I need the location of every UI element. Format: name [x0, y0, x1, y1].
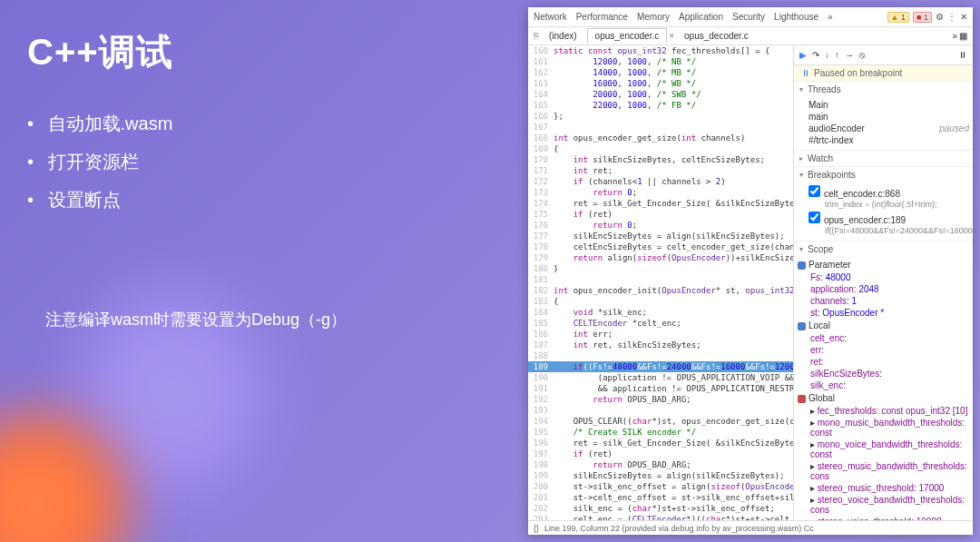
bp-checkbox[interactable] — [808, 212, 820, 223]
code-line[interactable]: 198 return OPUS_BAD_ARG; — [528, 459, 793, 470]
scope-var[interactable]: Fs: 48000 — [810, 271, 969, 283]
thread-item[interactable]: #/trtc-index — [808, 134, 969, 146]
code-line[interactable]: 161 12000, 1000, /* NB */ — [528, 56, 793, 67]
code-line[interactable]: 177 silkEncSizeBytes = align(silkEncSize… — [528, 231, 793, 241]
code-line[interactable]: 172 if (channels<1 || channels > 2) — [528, 176, 793, 187]
scope-var[interactable]: silk_enc: — [810, 379, 969, 391]
code-line[interactable]: 182int opus_encoder_init(OpusEncoder* st… — [528, 285, 793, 296]
tab-application[interactable]: Application — [679, 12, 723, 22]
code-line[interactable]: 164 20000, 1000, /* SWB */ — [528, 89, 793, 100]
scope-var[interactable]: application: 2048 — [810, 283, 969, 295]
code-line[interactable]: 202 silk_enc = (char*)st+st->silk_enc_of… — [528, 503, 793, 514]
code-line[interactable]: 196 ret = silk_Get_Encoder_Size( &silkEn… — [528, 438, 793, 448]
scope-var[interactable]: ▸ mono_voice_bandwidth_thresholds: const — [810, 439, 969, 460]
step-icon[interactable]: → — [845, 50, 854, 60]
file-tab-index[interactable]: (index) — [541, 28, 585, 44]
code-line[interactable]: 200 st->silk_enc_offset = align(sizeof(O… — [528, 481, 793, 492]
code-line[interactable]: 178 celtEncSizeBytes = celt_encoder_get_… — [528, 241, 793, 252]
code-line[interactable]: 176 return 0; — [528, 220, 793, 231]
code-line[interactable]: 180} — [528, 263, 793, 274]
code-line[interactable]: 199 silkEncSizeBytes = align(silkEncSize… — [528, 470, 793, 481]
scope-var[interactable]: celt_enc: — [810, 332, 969, 344]
code-line[interactable]: 186 int err; — [528, 329, 793, 340]
threads-header[interactable]: Threads — [794, 82, 973, 97]
scope-header[interactable]: Scope — [794, 241, 973, 257]
tab-lighthouse[interactable]: Lighthouse — [774, 12, 818, 22]
thread-item[interactable]: main — [808, 111, 969, 123]
code-line[interactable]: 203 celt_enc = (CELTEncoder*)((char*)st+… — [528, 514, 793, 520]
more-files-icon[interactable]: » — [952, 31, 957, 41]
tab-network[interactable]: Network — [534, 12, 567, 22]
code-line[interactable]: 162 14000, 1000, /* MB */ — [528, 67, 793, 78]
code-line[interactable]: 191 && application != OPUS_APPLICATION_R… — [528, 383, 793, 394]
code-line[interactable]: 190 (application != OPUS_APPLICATION_VOI… — [528, 372, 793, 383]
code-line[interactable]: 168int opus_encoder_get_size(int channel… — [528, 133, 793, 143]
code-line[interactable]: 195 /* Create SILK encoder */ — [528, 427, 793, 438]
more-tabs-icon[interactable]: » — [828, 12, 833, 22]
gear-icon[interactable]: ⚙ — [936, 12, 944, 22]
scope-var[interactable]: ▸ mono_music_bandwidth_thresholds: const — [810, 417, 969, 439]
code-line[interactable]: 166}; — [528, 111, 793, 122]
scope-var[interactable]: err: — [810, 344, 969, 356]
breakpoint-item[interactable]: celt_encoder.c:868trim_index = (int)floo… — [808, 184, 969, 211]
close-tab-icon[interactable]: × — [669, 31, 674, 41]
close-icon[interactable]: ✕ — [960, 12, 967, 22]
step-over-icon[interactable]: ↷ — [812, 50, 819, 60]
code-line[interactable]: 163 16000, 1000, /* WB */ — [528, 78, 793, 89]
file-tab-active[interactable]: opus_encoder.c — [587, 28, 668, 44]
code-line[interactable]: 175 if (ret) — [528, 209, 793, 220]
tab-performance[interactable]: Performance — [576, 12, 628, 22]
pause-exception-icon[interactable]: ⏸ — [958, 50, 967, 60]
scope-var[interactable]: ret: — [810, 356, 969, 368]
code-line[interactable]: 192 return OPUS_BAD_ARG; — [528, 394, 793, 405]
code-line[interactable]: 181 — [528, 274, 793, 285]
code-line[interactable]: 183{ — [528, 296, 793, 307]
code-line[interactable]: 194 OPUS_CLEAR((char*)st, opus_encoder_g… — [528, 416, 793, 427]
page-icon[interactable]: ⎘ — [534, 31, 539, 41]
error-badge[interactable]: ■ 1 — [913, 12, 932, 23]
code-line[interactable]: 173 return 0; — [528, 187, 793, 198]
resume-icon[interactable]: ▶ — [799, 50, 807, 60]
scope-var[interactable]: channels: 1 — [810, 295, 969, 307]
slide-note: 注意编译wasm时需要设置为Debug（-g） — [45, 309, 347, 330]
watch-header[interactable]: Watch — [794, 151, 973, 166]
thread-item[interactable]: Main — [808, 99, 969, 111]
code-line[interactable]: 187 int ret, silkEncSizeBytes; — [528, 340, 793, 350]
step-into-icon[interactable]: ↓ — [825, 50, 829, 60]
thread-item[interactable]: audioEncoderpaused — [808, 123, 969, 134]
scope-var[interactable]: silkEncSizeBytes: — [810, 368, 969, 379]
kebab-icon[interactable]: ⋮ — [947, 12, 956, 22]
breakpoint-item[interactable]: opus_encoder.c:189if((Fs!=48000&&Fs!=240… — [808, 211, 969, 237]
step-out-icon[interactable]: ↑ — [835, 50, 839, 60]
tab-security[interactable]: Security — [732, 12, 765, 22]
breakpoints-header[interactable]: Breakpoints — [794, 167, 973, 182]
code-line[interactable]: 167 — [528, 122, 793, 133]
deactivate-bp-icon[interactable]: ⦸ — [859, 50, 865, 61]
code-line[interactable]: 184 void *silk_enc; — [528, 307, 793, 318]
scope-var[interactable]: ▸ stereo_voice_bandwidth_thresholds: con… — [810, 494, 969, 516]
code-line[interactable]: 189 if((Fs!=48000&&Fs!=24000&&Fs!=16000&… — [528, 361, 793, 372]
braces-icon[interactable]: {} — [534, 524, 539, 533]
code-line[interactable]: 165 22000, 1000, /* FB */ — [528, 100, 793, 111]
file-menu-icon[interactable]: ▦ — [959, 31, 967, 41]
scope-var[interactable]: ▸ stereo_music_threshold: 17000 — [810, 482, 969, 494]
code-line[interactable]: 171 int ret; — [528, 165, 793, 176]
tab-memory[interactable]: Memory — [637, 12, 670, 22]
code-line[interactable]: 160static const opus_int32 fec_threshold… — [528, 45, 793, 56]
code-line[interactable]: 188 — [528, 350, 793, 361]
scope-var[interactable]: ▸ stereo_music_bandwidth_thresholds: con… — [810, 460, 969, 482]
bp-checkbox[interactable] — [808, 185, 820, 197]
scope-var[interactable]: ▸ fec_thresholds: const opus_int32 [10] — [810, 405, 969, 417]
file-tab-other[interactable]: opus_decoder.c — [676, 28, 757, 44]
warning-badge[interactable]: ▲ 1 — [887, 12, 909, 23]
code-line[interactable]: 197 if (ret) — [528, 448, 793, 459]
code-line[interactable]: 169{ — [528, 143, 793, 154]
code-line[interactable]: 174 ret = silk_Get_Encoder_Size( &silkEn… — [528, 198, 793, 209]
code-line[interactable]: 185 CELTEncoder *celt_enc; — [528, 318, 793, 329]
code-line[interactable]: 179 return align(sizeof(OpusEncoder))+si… — [528, 252, 793, 263]
code-line[interactable]: 201 st->celt_enc_offset = st->silk_enc_o… — [528, 492, 793, 503]
scope-var[interactable]: st: OpusEncoder * — [810, 307, 969, 319]
code-line[interactable]: 170 int silkEncSizeBytes, celtEncSizeByt… — [528, 154, 793, 165]
code-line[interactable]: 193 — [528, 405, 793, 416]
code-editor[interactable]: 160static const opus_int32 fec_threshold… — [528, 45, 793, 520]
